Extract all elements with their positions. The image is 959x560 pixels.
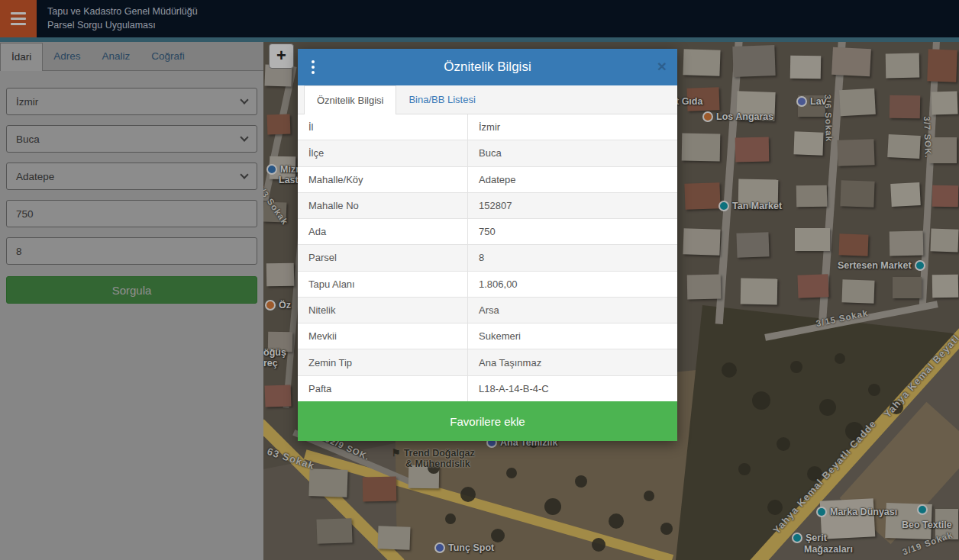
dialog-tab-oznitelik[interactable]: Öznitelik Bilgisi [304, 85, 396, 114]
attribute-row: Zemin TipAna Taşınmaz [298, 349, 677, 375]
add-to-favorites-button[interactable]: Favorilere ekle [298, 401, 677, 441]
close-icon[interactable]: × [657, 57, 667, 76]
attribute-row: İlİzmir [298, 114, 677, 140]
attribute-value: Ana Taşınmaz [467, 349, 677, 375]
attribute-label: İlçe [298, 140, 467, 166]
attribute-row: İlçeBuca [298, 140, 677, 166]
attribute-row: Ada750 [298, 218, 677, 244]
dialog-title: Öznitelik Bilgisi [444, 60, 531, 75]
attribute-label: Parsel [298, 245, 467, 270]
attribute-label: Pafta [298, 376, 467, 401]
attribute-row: Tapu Alanı1.806,00 [298, 271, 677, 297]
attribute-label: Zemin Tip [298, 349, 467, 375]
attribute-value: 152807 [467, 193, 677, 218]
attribute-value: Sukemeri [467, 323, 677, 349]
attribute-value: Buca [467, 140, 677, 166]
attribute-label: Nitelik [298, 298, 467, 323]
kebab-menu-icon[interactable] [312, 60, 315, 74]
attribute-value: Arsa [467, 298, 677, 323]
attribute-value: Adatepe [467, 167, 677, 192]
dialog-tab-bar: Öznitelik BilgisiBina/BB Listesi [298, 85, 677, 114]
attribute-value: İzmir [467, 114, 677, 140]
attribute-row: Mahalle/KöyAdatepe [298, 166, 677, 192]
attribute-table: İlİzmirİlçeBucaMahalle/KöyAdatepeMahalle… [298, 114, 677, 401]
attribute-row: Parsel8 [298, 244, 677, 270]
attribute-label: Ada [298, 219, 467, 244]
dialog-tab-bina-bb[interactable]: Bina/BB Listesi [396, 85, 487, 114]
attribute-label: Mevkii [298, 323, 467, 349]
attribute-row: NitelikArsa [298, 297, 677, 323]
attribute-value: L18-A-14-B-4-C [467, 376, 677, 401]
attribute-row: MevkiiSukemeri [298, 323, 677, 349]
attribute-row: Mahalle No152807 [298, 192, 677, 218]
attribute-row: PaftaL18-A-14-B-4-C [298, 375, 677, 401]
attribute-label: Tapu Alanı [298, 272, 467, 297]
attribute-label: İl [298, 114, 467, 140]
attribute-value: 750 [467, 219, 677, 244]
attribute-label: Mahalle No [298, 193, 467, 218]
attribute-info-dialog: Öznitelik Bilgisi × Öznitelik BilgisiBin… [298, 49, 677, 441]
attribute-value: 8 [467, 245, 677, 270]
attribute-value: 1.806,00 [467, 272, 677, 297]
dialog-header: Öznitelik Bilgisi × [298, 49, 677, 85]
attribute-label: Mahalle/Köy [298, 167, 467, 192]
